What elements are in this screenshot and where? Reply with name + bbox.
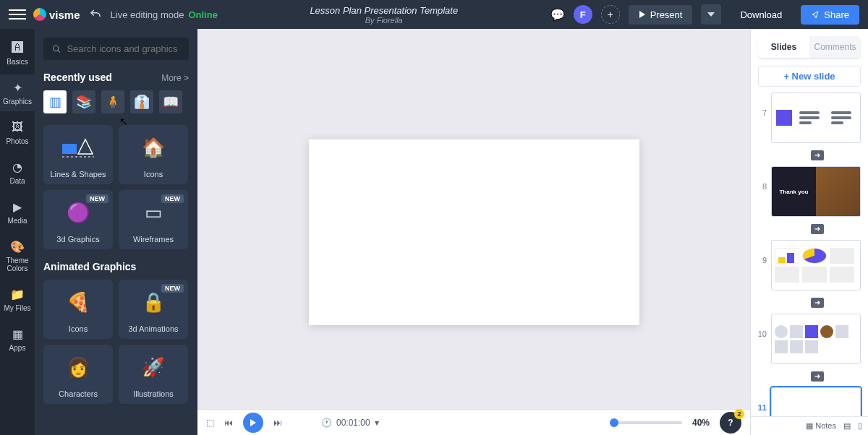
grid-view-icon[interactable]: ▤ [843,421,851,431]
present-dropdown[interactable] [701,4,721,25]
slide-row: 11 [755,387,864,416]
add-collaborator-button[interactable]: + [601,5,620,24]
canvas[interactable] [309,139,639,325]
avatar[interactable]: F [574,5,592,24]
right-panel-tabs: Slides Comments [758,36,861,59]
share-button[interactable]: Share [801,5,859,25]
slide-row: 7 [755,92,864,143]
search-icon [52,44,61,54]
slide-transition-button[interactable]: ➜ [811,298,824,308]
tile-animated-icons[interactable]: 🍕 Icons [43,280,113,339]
icons-tile-icon: 🏠 [142,125,165,170]
comments-icon[interactable]: 💬 [550,8,565,22]
slide-row: 10 [755,314,864,364]
tab-slides[interactable]: Slides [758,36,809,58]
graphics-panel: Recently used More > ▥ 📚 🧍 👔 📖 Lines & S… [35,29,197,435]
files-icon: 📁 [10,287,25,301]
tile-3d-animations[interactable]: NEW 🔒 3d Animations [119,280,188,339]
tile-3d-graphics[interactable]: NEW 🟣 3d Graphics [43,190,113,249]
rail-data[interactable]: ◔Data [0,154,35,191]
header-center: Lesson Plan Presentation Template By Fio… [310,5,458,25]
rail-apps[interactable]: ▦Apps [0,321,35,358]
play-button[interactable] [243,413,263,433]
editing-status: Online [188,9,217,20]
rail-theme-colors[interactable]: 🎨Theme Colors [0,233,35,278]
app-header: visme Live editing mode Online Lesson Pl… [0,0,868,29]
graphics-icon: ✦ [10,80,25,95]
zoom-slider[interactable] [610,421,682,424]
animated-graphics-label: Animated Graphics [43,261,136,272]
svg-point-0 [54,46,59,51]
wireframes-icon: ▭ [145,190,163,235]
slide-thumb[interactable] [771,314,861,364]
list-view-icon[interactable]: ▯ [858,421,862,431]
rail-my-files[interactable]: 📁My Files [0,281,35,318]
recent-item[interactable]: 🧍 [101,90,124,113]
doc-author: By Fiorella [310,16,458,25]
rail-photos[interactable]: 🖼Photos [0,114,35,151]
recently-used-more[interactable]: More > [161,73,189,83]
notes-toggle[interactable]: ▦ Notes [806,421,836,431]
layers-icon[interactable]: ⬚ [206,418,214,428]
slide-thumb[interactable]: Thank you [771,166,861,217]
slide-transition-button[interactable]: ➜ [811,224,824,234]
search-input[interactable] [67,43,180,54]
rail-basics[interactable]: 🅰Basics [0,35,35,72]
rail-media[interactable]: ▶Media [0,194,35,231]
present-button[interactable]: Present [629,5,693,25]
tile-wireframes[interactable]: NEW ▭ Wireframes [119,190,188,249]
tile-icons[interactable]: 🏠 Icons [119,125,188,184]
lines-shapes-icon [61,125,95,170]
editing-mode: Live editing mode Online [111,9,218,20]
rail-graphics[interactable]: ✦Graphics [0,74,35,111]
clock-icon: 🕐 [321,418,332,428]
tile-illustrations[interactable]: 🚀 Illustrations [119,345,188,404]
palette-icon: 🎨 [10,239,25,254]
canvas-area: ⬚ ⏮ ⏭ 🕐 00:01:00 ▾ 40% ? 2 [197,29,750,435]
recent-row: ▥ 📚 🧍 👔 📖 [43,90,189,113]
slide-thumb[interactable] [771,387,861,416]
logo-text: visme [49,9,80,21]
graphics-search[interactable] [43,38,189,60]
help-button[interactable]: ? 2 [720,412,741,434]
slide-transition-button[interactable]: ➜ [811,371,824,382]
photos-icon: 🖼 [10,120,25,134]
new-slide-button[interactable]: + New slide [758,66,861,87]
next-frame-button[interactable]: ⏭ [273,418,282,428]
undo-button[interactable] [88,7,103,22]
header-right: 💬 F + Present Download Share [550,4,859,25]
apps-icon: ▦ [10,327,25,341]
svg-rect-1 [62,144,77,154]
illustrations-icon: 🚀 [142,345,165,389]
tile-characters[interactable]: 👩 Characters [43,345,113,404]
logo-icon [33,8,46,21]
media-icon: ▶ [10,199,25,214]
tile-lines-shapes[interactable]: Lines & Shapes [43,125,113,184]
recent-item[interactable]: ▥ [43,90,67,113]
slide-row: 9 [755,240,864,290]
zoom-value: 40% [692,418,710,428]
data-icon: ◔ [10,160,25,174]
prev-frame-button[interactable]: ⏮ [224,418,233,428]
slide-thumb[interactable] [771,92,861,143]
download-button[interactable]: Download [730,5,792,25]
slides-list: 7 ➜ 8 Thank you [751,92,868,416]
timer: 🕐 00:01:00 ▾ [321,418,379,428]
tab-comments[interactable]: Comments [809,36,861,58]
recent-item[interactable]: 👔 [130,90,153,113]
characters-icon: 👩 [67,345,90,389]
recent-item[interactable]: 📖 [159,90,182,113]
slide-thumb[interactable] [771,240,861,290]
left-rail: 🅰Basics ✦Graphics 🖼Photos ◔Data ▶Media 🎨… [0,29,35,435]
zoom-knob[interactable] [610,418,618,427]
recent-item[interactable]: 📚 [72,90,95,113]
right-panel: Slides Comments + New slide 7 ➜ 8 [750,29,868,435]
basics-icon: 🅰 [10,40,25,55]
doc-title[interactable]: Lesson Plan Presentation Template [310,5,458,16]
right-panel-footer: ▦ Notes ▤ ▯ [751,416,868,435]
editing-prefix: Live editing mode [111,9,184,20]
logo[interactable]: visme [33,8,80,21]
canvas-toolbar: ⬚ ⏮ ⏭ 🕐 00:01:00 ▾ 40% ? 2 [197,409,750,435]
menu-button[interactable] [9,6,26,23]
slide-transition-button[interactable]: ➜ [811,150,824,160]
